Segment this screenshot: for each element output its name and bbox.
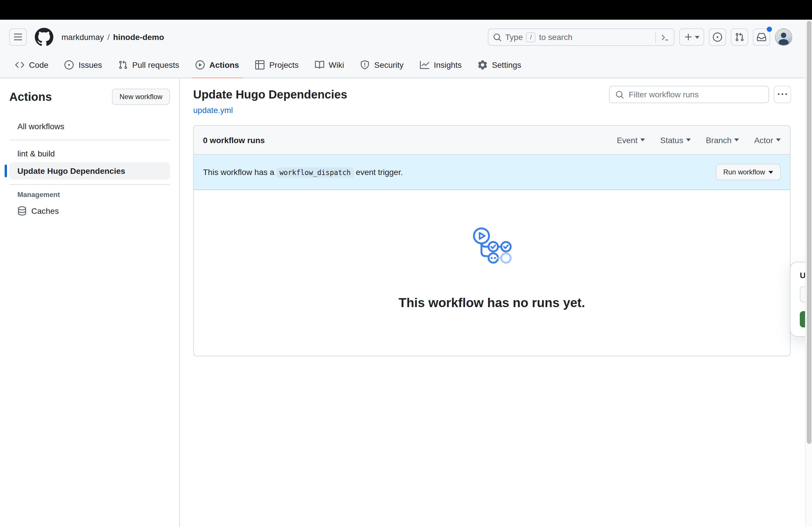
repo-tab-bar: Code Issues Pull requests Actions Projec… — [0, 55, 812, 78]
search-placeholder-prefix: Type — [505, 32, 523, 42]
breadcrumb-owner[interactable]: markdumay — [61, 32, 104, 42]
gear-icon — [478, 60, 487, 69]
runs-filters: Event Status Branch Actor — [617, 135, 781, 145]
tab-label: Security — [374, 60, 403, 69]
code-icon — [15, 60, 24, 69]
banner-text-before: This workflow has a — [203, 167, 274, 177]
sidebar-section-management: Management — [9, 191, 170, 199]
tab-projects[interactable]: Projects — [247, 55, 306, 74]
person-silhouette-icon — [776, 30, 791, 45]
chevron-down-icon — [735, 138, 739, 141]
chevron-down-icon — [776, 138, 781, 141]
workflow-runs-count: 0 workflow runs — [203, 135, 265, 145]
sidebar-header: Actions New workflow — [9, 89, 170, 105]
create-new-button[interactable] — [679, 28, 704, 46]
workflow-options-button[interactable] — [774, 86, 791, 103]
branch-filter-dropdown[interactable]: Branch — [706, 135, 739, 145]
search-placeholder-suffix: to search — [539, 32, 572, 42]
filter-label: Status — [660, 135, 683, 145]
tab-settings[interactable]: Settings — [470, 55, 529, 74]
chevron-down-icon — [695, 36, 699, 39]
run-workflow-label: Run workflow — [723, 168, 765, 176]
workflow-runs-panel: 0 workflow runs Event Status Branch — [193, 125, 791, 356]
tab-label: Actions — [209, 60, 239, 69]
table-icon — [255, 60, 264, 69]
command-palette-icon[interactable] — [655, 32, 669, 43]
tab-label: Settings — [492, 60, 521, 69]
runs-panel-header: 0 workflow runs Event Status Branch — [194, 126, 790, 155]
sidebar-item-update-hugo-dependencies[interactable]: Update Hugo Dependencies — [9, 162, 170, 180]
issues-button[interactable] — [709, 28, 726, 46]
status-filter-dropdown[interactable]: Status — [660, 135, 691, 145]
tab-security[interactable]: Security — [352, 55, 411, 74]
banner-text-after: event trigger. — [356, 167, 403, 177]
filter-label: Branch — [706, 135, 732, 145]
empty-state: This workflow has no runs yet. — [194, 190, 790, 356]
database-icon — [17, 206, 27, 215]
git-pull-request-icon — [118, 60, 128, 69]
workflow-dispatch-banner: This workflow has a workflow_dispatch ev… — [194, 155, 790, 190]
book-icon — [315, 60, 324, 69]
global-header: markdumay / hinode-demo Type / to search — [0, 20, 812, 55]
filter-workflow-runs-field[interactable] — [609, 86, 769, 103]
tab-wiki[interactable]: Wiki — [307, 55, 352, 74]
tab-label: Projects — [269, 60, 299, 69]
scrollbar-thumb[interactable] — [807, 21, 811, 444]
tab-label: Pull requests — [132, 60, 179, 69]
breadcrumb-repo[interactable]: hinode-demo — [113, 32, 164, 42]
search-icon — [493, 33, 502, 42]
hamburger-menu-button[interactable] — [9, 28, 27, 46]
new-workflow-button[interactable]: New workflow — [112, 89, 170, 105]
page-scrollbar[interactable] — [805, 20, 812, 527]
issue-opened-icon — [65, 60, 74, 69]
sidebar-item-caches[interactable]: Caches — [9, 202, 170, 220]
workflow-title-block: Update Hugo Dependencies update.yml — [193, 86, 347, 115]
pull-requests-button[interactable] — [731, 28, 748, 46]
event-filter-dropdown[interactable]: Event — [617, 135, 645, 145]
avatar[interactable] — [775, 28, 792, 46]
sidebar-title: Actions — [9, 90, 52, 103]
inbox-icon — [757, 32, 766, 42]
tab-pull-requests[interactable]: Pull requests — [110, 55, 187, 74]
divider — [9, 184, 170, 185]
tab-actions[interactable]: Actions — [187, 55, 247, 74]
filter-workflow-runs-input[interactable] — [629, 90, 763, 99]
global-search[interactable]: Type / to search — [488, 28, 675, 46]
sidebar-item-lint-build[interactable]: lint & build — [9, 145, 170, 162]
workflow-header-tools — [609, 86, 791, 103]
tab-code[interactable]: Code — [7, 55, 57, 74]
play-icon — [195, 60, 205, 69]
tab-label: Issues — [78, 60, 102, 69]
slash-key-hint: / — [526, 32, 536, 42]
tab-label: Insights — [434, 60, 462, 69]
search-icon — [615, 90, 624, 99]
filter-label: Actor — [754, 135, 773, 145]
github-logo-icon[interactable] — [35, 28, 53, 46]
chevron-down-icon — [686, 138, 691, 141]
page-body: Actions New workflow All workflows lint … — [0, 78, 812, 527]
shield-icon — [360, 60, 369, 69]
kebab-horizontal-icon — [778, 90, 787, 99]
sidebar-item-label: Caches — [31, 206, 59, 215]
tab-issues[interactable]: Issues — [57, 55, 110, 74]
header-right-group: Type / to search — [488, 28, 792, 46]
top-black-bar — [0, 0, 812, 20]
workflow-file-link[interactable]: update.yml — [193, 105, 233, 115]
filter-label: Event — [617, 135, 638, 145]
sidebar-item-all-workflows[interactable]: All workflows — [9, 118, 170, 135]
actor-filter-dropdown[interactable]: Actor — [754, 135, 781, 145]
plus-icon — [684, 32, 693, 42]
breadcrumb: markdumay / hinode-demo — [61, 32, 164, 42]
code-span: workflow_dispatch — [277, 167, 354, 178]
banner-text: This workflow has a workflow_dispatch ev… — [203, 167, 403, 177]
graph-icon — [420, 60, 429, 69]
tab-insights[interactable]: Insights — [412, 55, 470, 74]
workflow-header: Update Hugo Dependencies update.yml — [193, 86, 791, 115]
tab-label: Wiki — [329, 60, 344, 69]
divider — [9, 140, 170, 140]
chevron-down-icon — [768, 171, 773, 174]
sidebar-item-label: All workflows — [17, 122, 64, 131]
sidebar-item-label: Update Hugo Dependencies — [17, 166, 125, 176]
run-workflow-dropdown-button[interactable]: Run workflow — [716, 164, 781, 180]
sidebar-item-label: lint & build — [17, 149, 55, 158]
